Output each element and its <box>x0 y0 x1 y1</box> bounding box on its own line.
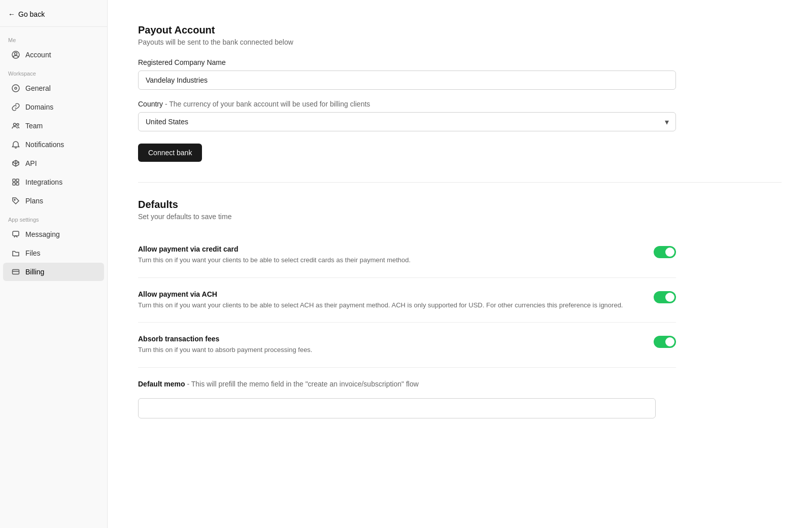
link-icon <box>11 102 20 112</box>
sidebar-item-general[interactable]: General <box>3 79 104 97</box>
defaults-section: Defaults Set your defaults to save time … <box>138 199 676 431</box>
sidebar-item-billing[interactable]: Billing <box>3 263 104 281</box>
bell-icon <box>11 140 20 149</box>
sidebar-section-workspace: Workspace <box>0 64 107 79</box>
main-content: Payout Account Payouts will be sent to t… <box>108 0 812 528</box>
svg-point-2 <box>12 85 19 92</box>
grid-icon <box>11 178 20 187</box>
defaults-title: Defaults <box>138 199 676 210</box>
payout-account-subtitle: Payouts will be sent to the bank connect… <box>138 38 676 46</box>
toggle-row-credit-card: Allow payment via credit cardTurn this o… <box>138 233 676 278</box>
defaults-subtitle: Set your defaults to save time <box>138 213 676 221</box>
default-memo-row: Default memo - This will prefill the mem… <box>138 368 676 431</box>
sidebar-item-label-team: Team <box>25 122 43 130</box>
toggle-row-ach: Allow payment via ACHTurn this on if you… <box>138 278 676 323</box>
svg-rect-9 <box>16 183 19 185</box>
sidebar-item-label-domains: Domains <box>25 103 53 111</box>
cube-icon <box>11 159 20 168</box>
sidebar-item-label-account: Account <box>25 51 51 59</box>
country-label: Country - The currency of your bank acco… <box>138 100 676 108</box>
tag-icon <box>11 196 20 205</box>
company-name-input[interactable] <box>138 71 676 90</box>
svg-rect-8 <box>13 183 15 185</box>
toggle-switch-credit-card[interactable] <box>654 246 676 258</box>
toggle-title-credit-card: Allow payment via credit card <box>138 245 633 253</box>
sidebar-item-label-api: API <box>25 159 37 167</box>
toggle-switch-ach[interactable] <box>654 291 676 303</box>
sidebar-item-account[interactable]: Account <box>3 46 104 64</box>
sidebar-section-me: Me <box>0 31 107 45</box>
svg-rect-11 <box>13 231 19 236</box>
go-back-label: Go back <box>18 10 45 18</box>
sidebar-item-notifications[interactable]: Notifications <box>3 135 104 154</box>
sidebar-item-files[interactable]: Files <box>3 244 104 262</box>
section-divider <box>138 182 782 183</box>
country-select[interactable]: United StatesCanadaUnited KingdomAustral… <box>138 112 676 131</box>
toggle-title-ach: Allow payment via ACH <box>138 290 633 298</box>
toggle-desc-transaction-fees: Turn this on if you want to absorb payme… <box>138 345 633 355</box>
sidebar-item-domains[interactable]: Domains <box>3 98 104 116</box>
sidebar-item-label-billing: Billing <box>25 268 44 276</box>
sidebar-item-label-plans: Plans <box>25 197 43 205</box>
toggle-desc-credit-card: Turn this on if you want your clients to… <box>138 255 633 265</box>
memo-input[interactable] <box>138 398 656 418</box>
sidebar-item-label-notifications: Notifications <box>25 140 64 149</box>
sidebar-item-plans[interactable]: Plans <box>3 192 104 210</box>
country-select-wrapper: United StatesCanadaUnited KingdomAustral… <box>138 112 676 131</box>
sidebar-item-label-general: General <box>25 84 51 92</box>
folder-icon <box>11 249 20 258</box>
memo-label: Default memo - This will prefill the mem… <box>138 380 656 388</box>
sidebar-section-app-settings: App settings <box>0 210 107 225</box>
svg-point-4 <box>14 123 16 126</box>
connect-bank-button[interactable]: Connect bank <box>138 144 202 162</box>
go-back-button[interactable]: ← Go back <box>0 0 107 27</box>
svg-rect-6 <box>13 179 15 182</box>
svg-point-10 <box>14 199 15 200</box>
svg-rect-7 <box>16 179 19 182</box>
payout-account-title: Payout Account <box>138 24 676 36</box>
credit-card-icon <box>11 267 20 276</box>
chat-icon <box>11 230 20 239</box>
payout-account-section: Payout Account Payouts will be sent to t… <box>138 24 676 162</box>
settings-circle-icon <box>11 84 20 93</box>
person-circle-icon <box>11 50 20 59</box>
svg-rect-12 <box>13 270 19 274</box>
sidebar-item-integrations[interactable]: Integrations <box>3 173 104 191</box>
company-name-label: Registered Company Name <box>138 58 676 66</box>
people-icon <box>11 121 20 130</box>
toggle-row-transaction-fees: Absorb transaction feesTurn this on if y… <box>138 323 676 368</box>
sidebar-item-label-integrations: Integrations <box>25 178 62 186</box>
sidebar: ← Go back MeAccountWorkspaceGeneralDomai… <box>0 0 108 528</box>
svg-point-3 <box>15 87 17 89</box>
toggle-desc-ach: Turn this on if you want your clients to… <box>138 300 633 310</box>
toggle-switch-transaction-fees[interactable] <box>654 336 676 348</box>
sidebar-item-api[interactable]: API <box>3 154 104 172</box>
svg-point-5 <box>17 124 19 126</box>
sidebar-item-messaging[interactable]: Messaging <box>3 225 104 243</box>
sidebar-item-label-files: Files <box>25 249 41 257</box>
sidebar-item-team[interactable]: Team <box>3 117 104 135</box>
back-arrow-icon: ← <box>8 10 15 18</box>
toggle-title-transaction-fees: Absorb transaction fees <box>138 335 633 343</box>
svg-point-1 <box>15 53 17 55</box>
sidebar-item-label-messaging: Messaging <box>25 230 60 238</box>
